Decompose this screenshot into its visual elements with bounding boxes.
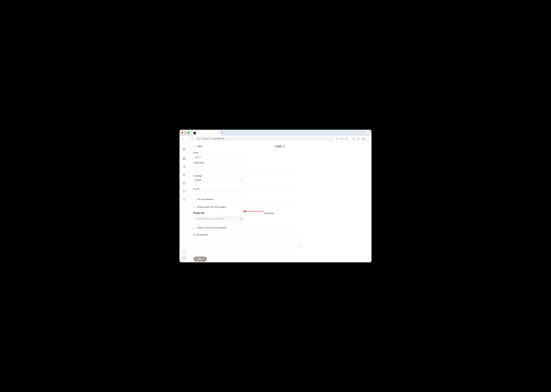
checkbox-icon [193, 227, 196, 229]
svg-point-14 [184, 257, 184, 258]
url-text: .kontainer.com/profile/edit [201, 137, 333, 140]
svg-point-3 [363, 138, 364, 139]
copy-icon [240, 218, 243, 220]
notify-label: Notify on new files and comments [197, 227, 227, 229]
site-info-icon[interactable] [197, 137, 200, 140]
maximize-window-icon[interactable] [187, 132, 189, 134]
section-divider [193, 185, 295, 185]
email-input[interactable] [193, 191, 244, 196]
browser-window: K × + .kontainer.com/profile/edit [180, 130, 371, 262]
plugin-key-field: c6f490d49a79dfbd267c1d5e0438b29c [193, 216, 244, 221]
field-organization: Organization [193, 161, 295, 169]
bookmark-star-icon[interactable] [340, 137, 343, 140]
svg-rect-7 [183, 157, 184, 158]
svg-rect-1 [198, 139, 199, 139]
reading-list-icon[interactable] [352, 137, 355, 140]
svg-rect-11 [183, 183, 185, 184]
save-button[interactable]: Save [193, 257, 207, 262]
svg-point-12 [184, 190, 185, 191]
address-bar: .kontainer.com/profile/edit [180, 136, 371, 142]
language-value: English [195, 179, 201, 181]
set-password-checkbox[interactable]: Set new password [193, 198, 295, 200]
enable-plugins-label: Enable Adobe and Office plugins [197, 206, 226, 208]
sidebar-item-help[interactable] [181, 249, 187, 254]
sidebar-item-approve[interactable] [181, 172, 187, 178]
svg-point-13 [184, 199, 184, 200]
svg-point-4 [368, 138, 369, 138]
browser-tab[interactable]: K × [192, 131, 220, 136]
profile-form: Name * Organization Language [189, 151, 299, 262]
plugin-key-header: Plugin key Generate key [193, 212, 295, 214]
profile-avatar-icon[interactable] [362, 137, 365, 140]
extensions-icon[interactable] [345, 137, 348, 140]
email-label: E-mail [193, 188, 199, 190]
svg-rect-10 [184, 159, 185, 160]
organization-label: Organization [193, 161, 205, 164]
enable-plugins-checkbox[interactable]: Enable Adobe and Office plugins [193, 206, 295, 208]
sidebar-item-apps[interactable] [181, 156, 187, 161]
sidebar-item-list[interactable] [181, 164, 187, 170]
set-password-label: Set new password [197, 198, 213, 200]
svg-point-5 [368, 138, 369, 139]
app-body: Back User 1 Name * Organization [180, 142, 371, 262]
signature-label: E-mail signature [193, 234, 208, 236]
svg-rect-9 [183, 159, 184, 160]
copy-key-button[interactable] [239, 217, 244, 221]
close-tab-icon[interactable]: × [217, 132, 218, 134]
sidebar-current-user[interactable] [182, 256, 186, 260]
divider [350, 137, 350, 140]
plugin-key-title: Plugin key [193, 212, 204, 214]
chevron-down-icon [239, 178, 244, 182]
url-field[interactable]: .kontainer.com/profile/edit [195, 136, 334, 141]
zoom-icon[interactable] [336, 137, 339, 140]
language-select[interactable]: English [193, 178, 244, 182]
new-tab-button[interactable]: + [222, 131, 223, 134]
section-divider [193, 203, 295, 203]
window-controls [181, 132, 189, 134]
tab-strip: K × + [180, 130, 371, 136]
nav-forward-icon[interactable] [186, 137, 189, 140]
page-header: Back User 1 [189, 142, 371, 151]
sidebar-item-user[interactable] [181, 189, 187, 194]
required-marker: * [243, 151, 244, 154]
downloads-icon[interactable] [357, 137, 360, 140]
name-label: Name [193, 152, 199, 154]
sidebar-item-briefcase[interactable] [181, 180, 187, 186]
nav-back-icon[interactable] [181, 137, 185, 140]
favicon-icon: K [193, 132, 196, 134]
svg-point-6 [368, 139, 369, 140]
main-content: Back User 1 Name * Organization [189, 142, 371, 262]
kebab-menu-icon[interactable] [367, 137, 370, 140]
back-button[interactable]: Back [193, 145, 203, 147]
generate-key-link[interactable]: Generate key [264, 212, 274, 214]
sidebar-item-home[interactable] [181, 146, 187, 152]
reload-icon[interactable] [191, 137, 194, 140]
sidebar [180, 142, 189, 262]
field-name: Name * [193, 151, 295, 159]
field-email: E-mail * [193, 188, 295, 196]
page-title: User 1 [275, 144, 285, 148]
tabs-dropdown-icon[interactable] [366, 131, 370, 134]
organization-input[interactable] [193, 165, 244, 169]
section-divider [193, 251, 295, 251]
help-ring-icon [182, 250, 186, 253]
minimize-window-icon[interactable] [184, 132, 186, 134]
chevron-left-icon [193, 145, 195, 147]
notify-checkbox[interactable]: Notify on new files and comments [193, 227, 295, 229]
signature-textarea[interactable] [193, 237, 299, 247]
svg-rect-8 [184, 157, 185, 158]
close-window-icon[interactable] [181, 132, 183, 134]
required-marker: * [243, 188, 244, 190]
plugin-key-value: c6f490d49a79dfbd267c1d5e0438b29c [194, 218, 239, 220]
sidebar-item-settings[interactable] [181, 197, 187, 203]
field-language: Language English [193, 175, 295, 182]
svg-rect-0 [197, 138, 198, 139]
field-signature: E-mail signature [193, 234, 295, 248]
svg-rect-16 [241, 218, 242, 219]
checkbox-checked-icon [193, 206, 196, 208]
language-label: Language [193, 175, 202, 177]
name-input[interactable] [193, 155, 244, 159]
back-label: Back [197, 145, 203, 147]
checkbox-icon [193, 198, 196, 200]
svg-rect-15 [241, 218, 242, 219]
